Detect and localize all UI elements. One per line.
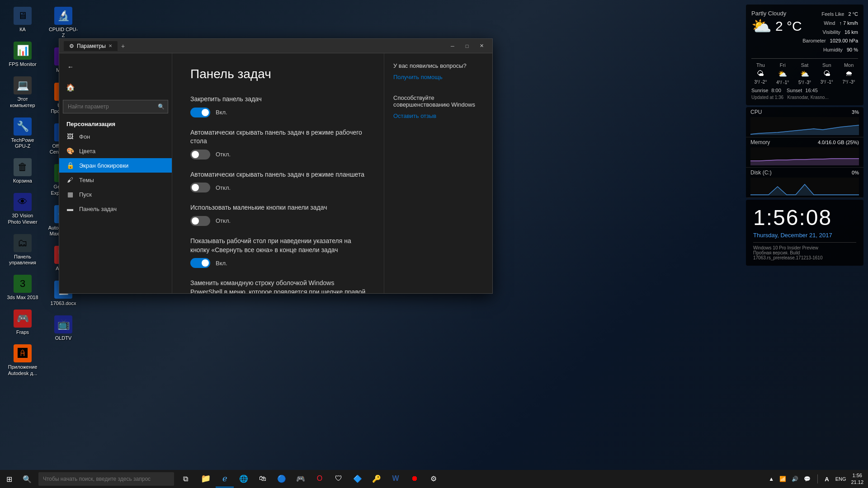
weather-forecast: Thu 🌤 3°/ -2° Fri ⛅ 4°/ -1° Sat	[751, 58, 858, 85]
get-help-link[interactable]: Получить помощь	[393, 74, 443, 80]
toggle-zakrepit-row: Вкл.	[190, 108, 366, 117]
desktop-icon-fraps[interactable]: 🎮 Fraps	[5, 307, 41, 338]
taskbar-word[interactable]: W	[387, 470, 405, 488]
improve-section: Способствуйте совершенствованию Windows …	[393, 94, 483, 120]
sidebar-search-input[interactable]	[63, 100, 168, 113]
tray-ime[interactable]: A	[823, 475, 830, 483]
sidebar-item-ekran-label: Экран блокировки	[79, 162, 128, 169]
forecast-sun-high: 3°	[821, 80, 825, 84]
tray-network[interactable]: 📶	[778, 475, 788, 483]
feels-like-label: Feels Like	[821, 11, 844, 17]
toggle-malenkie-knob	[192, 217, 199, 225]
disk-monitor-row: Disk (C:) 0%	[746, 168, 863, 198]
desktop-icon-etot-komputer[interactable]: 💻 Этот компьютер	[5, 74, 41, 110]
toggle-avtoskryt-row: Откл.	[190, 150, 366, 160]
taskbar-explorer[interactable]: 📁	[197, 470, 215, 488]
toggle-pokazyvat-row: Вкл.	[190, 258, 366, 268]
humidity-row: Humidity 90 %	[802, 46, 858, 55]
desktop-icon-techpowe[interactable]: 🔧 TechPowe GPU-Z	[5, 115, 41, 151]
toggle-malenkie-knopki[interactable]	[190, 216, 210, 226]
titlebar-add-tab-btn[interactable]: +	[118, 41, 128, 52]
sidebar-home-btn[interactable]: 🏠	[61, 78, 80, 96]
taskbar-divider	[817, 474, 818, 483]
task-view-btn[interactable]: ⧉	[176, 470, 194, 488]
toggle-pokazyvat-rabochiy[interactable]	[190, 258, 210, 268]
titlebar-tab[interactable]: ⚙ Параметры ✕	[64, 41, 118, 51]
forecast-fri-high: 4°	[776, 80, 781, 85]
tray-lang[interactable]: ENG	[834, 475, 848, 483]
forecast-thu-icon: 🌤	[751, 70, 770, 78]
taskbar-store[interactable]: 🛍	[254, 470, 272, 488]
sidebar-item-fon[interactable]: 🖼 Фон	[59, 129, 172, 144]
toggle-planshet-knob	[192, 184, 199, 191]
sidebar-item-fon-label: Фон	[79, 133, 90, 140]
sidebar-item-temy[interactable]: 🖌 Темы	[59, 173, 172, 187]
tray-volume[interactable]: 🔊	[790, 475, 800, 483]
taskbar-right: ▲ 📶 🔊 💬 A ENG 1:56 21.12	[767, 472, 868, 486]
taskbar-chrome[interactable]: 🔵	[273, 470, 291, 488]
minimize-button[interactable]: ─	[446, 42, 459, 51]
sidebar-item-pusk[interactable]: ▦ Пуск	[59, 187, 172, 202]
barometer-label: Barometer	[802, 38, 826, 43]
desktop-icon-3dsmax[interactable]: 3 3ds Max 2018	[5, 272, 41, 303]
toggle-planshet-state: Откл.	[216, 184, 231, 191]
taskbar-time: 1:56	[851, 472, 863, 479]
weather-icon-large: ⛅	[751, 17, 772, 36]
tray-action-center[interactable]: 💬	[802, 475, 812, 483]
setting-malenkie-knopki: Использовать маленькие кнопки панели зад…	[190, 203, 366, 226]
search-taskbar-icon[interactable]: 🔍	[18, 470, 36, 488]
leave-feedback-link[interactable]: Оставить отзыв	[393, 113, 436, 119]
taskbar-clock[interactable]: 1:56 21.12	[851, 472, 863, 486]
weather-widget: Partly Cloudy ⛅ 2 °C Feels Like 2 °C Win…	[746, 5, 863, 105]
clock-date: Thursday, December 21, 2017	[753, 232, 856, 239]
visibility-label: Visibility	[822, 29, 840, 35]
wind-value: ↑ 7 km/h	[839, 20, 858, 26]
forecast-sat: Sat ⛅ 5°/ -3°	[796, 62, 814, 85]
taskbar-search-input[interactable]	[38, 472, 174, 486]
desktop-icon-autodesk-app[interactable]: 🅰 Приложение Autodesk д...	[5, 342, 41, 378]
taskbar-antivirus[interactable]: 🛡	[330, 470, 348, 488]
toggle-zakrepit-knob	[202, 109, 209, 116]
taskbar-ie[interactable]: 🌐	[235, 470, 253, 488]
toggle-zakrepit[interactable]	[190, 108, 210, 117]
forecast-mon-icon: 🌧	[840, 70, 858, 78]
pusk-icon: ▦	[66, 191, 74, 198]
titlebar-tab-icon: ⚙	[69, 43, 74, 49]
desktop-icon-korzina[interactable]: 🗑 Корзина	[5, 156, 41, 186]
taskbar-app2[interactable]: 🔑	[368, 470, 386, 488]
desktop-icon-cpuid[interactable]: 🔬 CPUID CPU-Z	[45, 5, 81, 41]
help-question: У вас появились вопросы?	[393, 62, 483, 69]
forecast-sun-icon: 🌤	[817, 70, 836, 78]
toggle-avtoskryt-rabochiy[interactable]	[190, 150, 210, 160]
forecast-mon-low: -3°	[849, 80, 855, 84]
maximize-button[interactable]: □	[461, 42, 473, 51]
forecast-thu: Thu 🌤 3°/ -2°	[751, 62, 770, 85]
taskbar-rec[interactable]: ⏺	[406, 470, 424, 488]
toggle-avtoskryt-planshet[interactable]	[190, 183, 210, 192]
sidebar-search-area: 🔍	[63, 100, 168, 113]
taskbar-steam[interactable]: 🎮	[292, 470, 310, 488]
clock-widget: 1:56:08 Thursday, December 21, 2017 Wind…	[746, 200, 863, 266]
sidebar-item-pusk-label: Пуск	[79, 191, 92, 198]
taskbar-edge[interactable]: ℯ	[216, 470, 234, 488]
sidebar-item-ekran-blokirovki[interactable]: 🔒 Экран блокировки	[59, 158, 172, 173]
sidebar-item-panel-zadach[interactable]: ▬ Панель задач	[59, 202, 172, 216]
desktop-icon-panel[interactable]: 🗂 Панель управления	[5, 232, 41, 268]
titlebar-tab-close-btn[interactable]: ✕	[108, 43, 112, 48]
desktop-icon-3d-vision[interactable]: 👁 3D Vision Photo Viewer	[5, 191, 41, 227]
taskbar-app1[interactable]: 🔷	[349, 470, 367, 488]
feels-like-row: Feels Like 2 °C	[802, 10, 858, 19]
desktop-icon-fps-monitor[interactable]: 📊 FPS Monitor	[5, 39, 41, 70]
taskbar-settings-app[interactable]: ⚙	[425, 470, 443, 488]
taskbar-opera[interactable]: O	[311, 470, 329, 488]
close-button[interactable]: ✕	[475, 42, 488, 51]
forecast-thu-low: -2°	[761, 80, 767, 84]
sidebar-item-temy-label: Темы	[79, 177, 94, 183]
forecast-sat-low: -3°	[805, 80, 811, 85]
desktop-icon-oldtv[interactable]: 📺 OLDTV	[45, 313, 81, 343]
desktop-icon-ka[interactable]: 🖥 КА	[5, 5, 41, 35]
sidebar-back-btn[interactable]: ←	[61, 58, 80, 76]
start-button[interactable]: ⊞	[0, 470, 18, 488]
tray-expand[interactable]: ▲	[767, 475, 775, 483]
sidebar-item-cveta[interactable]: 🎨 Цвета	[59, 144, 172, 158]
